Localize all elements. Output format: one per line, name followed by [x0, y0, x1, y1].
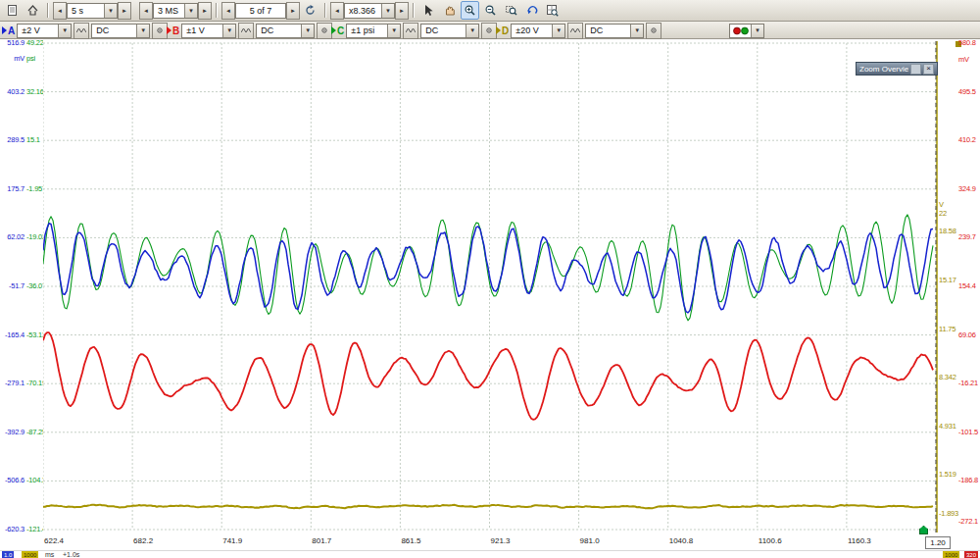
channel-d-coupling-select[interactable]: DC ▼	[585, 24, 644, 38]
hand-tool-button[interactable]	[440, 1, 459, 20]
channel-d-coupling-value: DC	[590, 25, 603, 35]
zoom-in-tool-button[interactable]	[461, 1, 479, 20]
undo-icon	[525, 4, 538, 17]
axis-d-unit: V	[939, 201, 944, 209]
channel-c-coupling-value: DC	[425, 25, 438, 35]
samples-prev-button[interactable]: ◄	[139, 2, 153, 20]
chevron-down-icon[interactable]: ▼	[184, 4, 197, 18]
channel-a-group: A ±2 V ▼ DC ▼	[2, 23, 170, 38]
channel-b-range-value: ±1 V	[186, 25, 204, 35]
samples-select[interactable]: 3 MS ▼	[153, 3, 198, 19]
channel-c-range-select[interactable]: ±1 psi ▼	[346, 24, 401, 38]
channel-b-label: B	[167, 25, 179, 36]
axis-a-tick: 403.2	[0, 88, 24, 96]
timebase-value: 5 s	[72, 6, 83, 16]
channel-a-probe-button[interactable]	[74, 23, 89, 39]
chevron-down-icon[interactable]: ▼	[381, 4, 394, 18]
channel-b-probe-button[interactable]	[238, 23, 254, 39]
chevron-down-icon[interactable]: ▼	[630, 25, 643, 37]
samples-value: 3 MS	[158, 6, 178, 16]
zoom-out-tool-button[interactable]	[481, 1, 500, 20]
toolbar-separator	[216, 3, 218, 18]
channel-d-range-select[interactable]: ±20 V ▼	[511, 24, 565, 38]
zoom-prev-button[interactable]: ◄	[330, 2, 344, 20]
axis-d-tick: 15.17	[939, 277, 956, 284]
axis-a-tick: -51.7	[0, 282, 24, 290]
channel-arrow-icon	[331, 26, 336, 34]
chevron-down-icon[interactable]: ▼	[466, 25, 478, 37]
buffer-position: 5 of 7	[235, 3, 286, 19]
chevron-down-icon[interactable]: ▼	[222, 25, 235, 37]
buffer-position-value: 5 of 7	[250, 6, 272, 16]
file-button[interactable]	[3, 1, 22, 20]
restore-window-icon[interactable]	[910, 64, 921, 75]
axis-c-unit: psi	[26, 55, 35, 63]
timebase-next-button[interactable]: ►	[118, 2, 131, 20]
zoom-next-button[interactable]: ►	[395, 2, 409, 20]
run-stop-control[interactable]: ▼	[729, 23, 764, 38]
axis-c-tick: 32.16	[26, 88, 44, 96]
chevron-down-icon[interactable]: ▼	[387, 25, 400, 37]
channel-c-probe-button[interactable]	[403, 23, 418, 39]
zoom-overview-panel[interactable]: Zoom Overview ×	[856, 62, 938, 76]
status-bar: 1.0 1000 ms +1.0s 1000 320	[0, 550, 980, 558]
channel-a-coupling-select[interactable]: DC ▼	[91, 24, 150, 38]
chevron-down-icon[interactable]: ▼	[104, 4, 117, 18]
channel-arrow-icon	[2, 26, 7, 34]
samples-next-button[interactable]: ►	[198, 2, 212, 20]
channel-b-range-select[interactable]: ±1 V ▼	[181, 24, 236, 38]
channel-arrow-icon	[496, 26, 501, 34]
close-icon[interactable]: ×	[923, 64, 934, 75]
axis-b-tick: 154.4	[958, 282, 976, 290]
timebase-prev-button[interactable]: ◄	[53, 2, 67, 20]
toolbar-separator	[47, 3, 49, 18]
select-tool-button[interactable]	[419, 1, 438, 20]
chevron-down-icon[interactable]: ▼	[552, 25, 564, 37]
axis-a-tick: -506.6	[0, 477, 24, 484]
axis-c-tick: 49.22	[26, 39, 44, 47]
channel-c-coupling-select[interactable]: DC ▼	[420, 24, 479, 38]
chevron-down-icon[interactable]: ▼	[136, 25, 149, 37]
home-button[interactable]	[24, 1, 42, 20]
gear-icon	[484, 25, 494, 35]
scope-plot-area[interactable]	[43, 39, 938, 534]
channel-b-options-button[interactable]	[317, 23, 332, 39]
chevron-down-icon[interactable]: ▼	[58, 25, 71, 37]
x-axis-tick: 861.5	[401, 536, 420, 545]
channel-a-range-value: ±2 V	[22, 25, 39, 35]
chevron-down-icon[interactable]: ▼	[301, 25, 314, 37]
x-axis-tick: 981.0	[580, 536, 600, 545]
axis-a-tick: -392.9	[0, 429, 24, 436]
undo-zoom-button[interactable]	[522, 1, 541, 20]
axis-a-unit: mV	[0, 55, 24, 63]
axis-b-unit: mV	[958, 56, 969, 64]
zoom-select[interactable]: x8.366 ▼	[344, 3, 395, 19]
buffer-prev-button[interactable]: ◄	[221, 2, 235, 20]
status-chip-d-right: 1000	[943, 551, 959, 558]
zoom-value: x8.366	[349, 6, 375, 16]
x-axis-tick: 921.3	[491, 536, 511, 545]
channel-a-range-select[interactable]: ±2 V ▼	[17, 24, 72, 38]
zoom-window-tool-button[interactable]	[502, 1, 520, 20]
axis-b-tick: -101.5	[958, 429, 978, 436]
chevron-down-icon[interactable]: ▼	[751, 25, 763, 37]
axis-b-tick: 410.2	[958, 136, 976, 144]
channel-c-label: C	[331, 25, 344, 36]
file-icon	[6, 4, 19, 17]
channel-b-coupling-select[interactable]: DC ▼	[256, 24, 315, 38]
x-axis-tick: 1040.8	[669, 536, 693, 545]
status-chip-a: 1.0	[2, 551, 14, 558]
refresh-button[interactable]	[301, 1, 319, 20]
zoom-overview-tool-button[interactable]	[543, 1, 562, 20]
buffer-next-button[interactable]: ►	[286, 2, 300, 20]
channel-d-options-button[interactable]	[646, 23, 662, 39]
zoom-overview-icon	[546, 4, 559, 17]
channel-c-options-button[interactable]	[481, 23, 497, 39]
channel-b-coupling-value: DC	[261, 25, 273, 35]
axis-b-tick: 69.06	[958, 331, 976, 339]
select-icon	[422, 4, 435, 17]
channel-a-options-button[interactable]	[152, 23, 168, 39]
timebase-select[interactable]: 5 s ▼	[67, 3, 118, 19]
channel-d-probe-button[interactable]	[567, 23, 583, 39]
zoom-overview-title: Zoom Overview	[859, 65, 908, 74]
